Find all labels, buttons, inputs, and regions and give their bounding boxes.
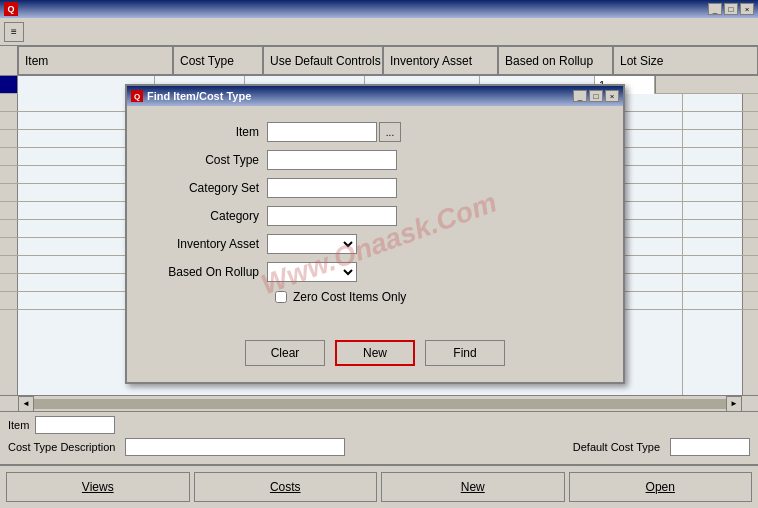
dialog-controls[interactable]: _ □ × bbox=[573, 90, 619, 102]
default-cost-type-input[interactable] bbox=[670, 438, 750, 456]
main-window: ≡ Item Cost Type Use Default Controls In… bbox=[0, 18, 758, 508]
bottom-form: Item Cost Type Description Default Cost … bbox=[0, 411, 758, 464]
new-footer-button[interactable]: New bbox=[381, 472, 565, 502]
bottom-item-row: Item bbox=[8, 416, 750, 434]
close-button[interactable]: × bbox=[740, 3, 754, 15]
dialog-maximize-button[interactable]: □ bbox=[589, 90, 603, 102]
cost-type-field-row: Cost Type bbox=[147, 150, 603, 170]
inventory-asset-label: Inventory Asset bbox=[147, 237, 267, 251]
col-header-cost-type: Cost Type bbox=[173, 46, 263, 75]
item-input[interactable] bbox=[267, 122, 377, 142]
item-field-row: Item ... bbox=[147, 122, 603, 142]
title-bar: Q _ □ × bbox=[0, 0, 758, 18]
costs-button[interactable]: Costs bbox=[194, 472, 378, 502]
bottom-item-label: Item bbox=[8, 419, 29, 431]
footer-buttons: Views Costs New Open bbox=[0, 464, 758, 508]
new-button[interactable]: New bbox=[335, 340, 415, 366]
bottom-item-input[interactable] bbox=[35, 416, 115, 434]
cost-type-desc-input[interactable] bbox=[125, 438, 345, 456]
title-bar-left: Q bbox=[4, 2, 18, 16]
bottom-cost-type-row: Cost Type Description Default Cost Type bbox=[8, 438, 750, 456]
category-label: Category bbox=[147, 209, 267, 223]
col-header-lot-size: Lot Size bbox=[613, 46, 758, 75]
dialog-overlay: Www.Onaask.Com Q Find Item/Cost Type _ □… bbox=[0, 76, 758, 411]
find-item-cost-type-dialog: Q Find Item/Cost Type _ □ × Item bbox=[125, 84, 625, 384]
grid-area: 1 bbox=[0, 76, 758, 411]
zero-cost-checkbox-row: Zero Cost Items Only bbox=[275, 290, 603, 304]
category-field-row: Category bbox=[147, 206, 603, 226]
dialog-minimize-button[interactable]: _ bbox=[573, 90, 587, 102]
category-input[interactable] bbox=[267, 206, 397, 226]
cost-type-label: Cost Type bbox=[147, 153, 267, 167]
col-header-item: Item bbox=[18, 46, 173, 75]
toolbar: ≡ bbox=[0, 18, 758, 46]
based-on-rollup-select[interactable]: Yes No bbox=[267, 262, 357, 282]
maximize-button[interactable]: □ bbox=[724, 3, 738, 15]
toolbar-icon[interactable]: ≡ bbox=[4, 22, 24, 42]
cost-type-desc-label: Cost Type Description bbox=[8, 441, 115, 453]
dialog-app-icon: Q bbox=[131, 90, 143, 102]
item-browse-button[interactable]: ... bbox=[379, 122, 401, 142]
default-cost-type-label: Default Cost Type bbox=[573, 441, 660, 453]
category-set-field-row: Category Set bbox=[147, 178, 603, 198]
zero-cost-label: Zero Cost Items Only bbox=[293, 290, 406, 304]
zero-cost-checkbox[interactable] bbox=[275, 291, 287, 303]
category-set-input[interactable] bbox=[267, 178, 397, 198]
col-header-inv-asset: Inventory Asset bbox=[383, 46, 498, 75]
open-button[interactable]: Open bbox=[569, 472, 753, 502]
dialog-close-button[interactable]: × bbox=[605, 90, 619, 102]
dialog-title-bar: Q Find Item/Cost Type _ □ × bbox=[127, 86, 623, 106]
clear-button[interactable]: Clear bbox=[245, 340, 325, 366]
category-set-label: Category Set bbox=[147, 181, 267, 195]
title-bar-controls[interactable]: _ □ × bbox=[708, 3, 754, 15]
inventory-asset-select[interactable]: Yes No bbox=[267, 234, 357, 254]
dialog-title: Q Find Item/Cost Type bbox=[131, 90, 251, 102]
col-header-based-rollup: Based on Rollup bbox=[498, 46, 613, 75]
cost-type-input[interactable] bbox=[267, 150, 397, 170]
minimize-button[interactable]: _ bbox=[708, 3, 722, 15]
dialog-footer: Clear New Find bbox=[127, 332, 623, 382]
based-on-rollup-field-row: Based On Rollup Yes No bbox=[147, 262, 603, 282]
based-on-rollup-label: Based On Rollup bbox=[147, 265, 267, 279]
col-header-use-default: Use Default Controls bbox=[263, 46, 383, 75]
item-label: Item bbox=[147, 125, 267, 139]
inventory-asset-field-row: Inventory Asset Yes No bbox=[147, 234, 603, 254]
views-button[interactable]: Views bbox=[6, 472, 190, 502]
column-headers: Item Cost Type Use Default Controls Inve… bbox=[0, 46, 758, 76]
app-icon: Q bbox=[4, 2, 18, 16]
find-button[interactable]: Find bbox=[425, 340, 505, 366]
dialog-body: Item ... Cost Type Category Set bbox=[127, 106, 623, 332]
